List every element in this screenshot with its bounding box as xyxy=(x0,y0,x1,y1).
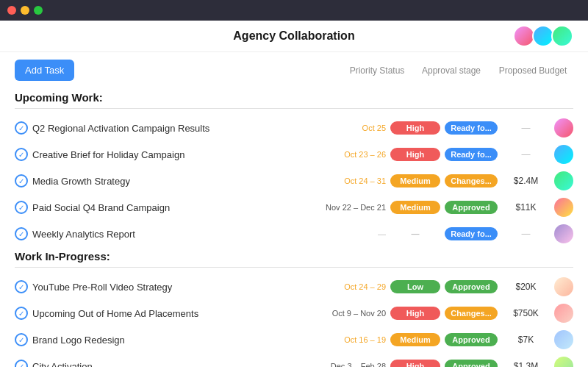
task-row: ✓Creative Brief for Holiday CampaignOct … xyxy=(15,141,573,168)
priority-badge: Medium xyxy=(390,201,440,214)
task-date: Oct 25 xyxy=(312,124,386,132)
page-title: Agency Collaboration xyxy=(233,29,354,43)
minimize-dot[interactable] xyxy=(21,6,29,15)
main-window: Agency Collaboration Add Task Priority S… xyxy=(0,21,588,375)
row-avatar xyxy=(554,118,573,138)
task-check-icon[interactable]: ✓ xyxy=(15,360,28,367)
approval-badge: Ready fo... xyxy=(445,227,498,240)
priority-badge: Medium xyxy=(390,333,440,346)
task-name: Upcoming Out of Home Ad Placements xyxy=(32,308,308,319)
task-date: Oct 9 – Nov 20 xyxy=(312,309,386,318)
col-header-budget: Proposed Budget xyxy=(492,65,573,76)
row-avatar xyxy=(554,198,573,217)
task-name: City Activation xyxy=(32,361,308,368)
task-date: Oct 24 – 29 xyxy=(312,282,386,291)
avatar-3 xyxy=(551,25,573,47)
task-date: Oct 23 – 26 xyxy=(312,150,386,159)
priority-badge: High xyxy=(390,360,440,367)
row-avatar xyxy=(554,357,573,367)
row-avatar xyxy=(554,171,573,190)
task-row: ✓Brand Logo RedesignOct 16 – 19MediumApp… xyxy=(15,326,573,353)
titlebar xyxy=(0,0,588,21)
maximize-dot[interactable] xyxy=(34,6,43,15)
task-name: Weekly Analytics Report xyxy=(32,229,308,240)
budget-cell: $750K xyxy=(502,308,550,318)
budget-cell: $11K xyxy=(502,202,550,213)
task-name: Q2 Regional Activation Campaign Results xyxy=(32,123,308,134)
toolbar: Add Task Priority Status Approval stage … xyxy=(15,60,573,81)
budget-cell: $20K xyxy=(502,282,550,292)
approval-badge: Approved xyxy=(445,280,498,293)
approval-badge: Ready fo... xyxy=(445,121,498,135)
task-row: ✓Q2 Regional Activation Campaign Results… xyxy=(15,115,573,141)
col-header-approval: Approval stage xyxy=(415,65,488,76)
approval-badge: Approved xyxy=(445,201,498,214)
task-row: ✓Weekly Analytics Report——Ready fo...— xyxy=(15,221,573,247)
task-name: Media Growth Strategy xyxy=(32,176,308,187)
task-check-icon[interactable]: ✓ xyxy=(15,201,28,214)
task-row: ✓YouTube Pre-Roll Video StrategyOct 24 –… xyxy=(15,274,573,300)
task-row: ✓Paid Social Q4 Brand CampaignNov 22 – D… xyxy=(15,194,573,221)
task-check-icon[interactable]: ✓ xyxy=(15,280,28,293)
approval-badge: Approved xyxy=(445,333,498,346)
budget-cell: — xyxy=(502,229,550,239)
task-check-icon[interactable]: ✓ xyxy=(15,227,28,240)
budget-cell: $1.3M xyxy=(502,361,550,367)
section-title-0: Upcoming Work: xyxy=(15,91,573,104)
content-area: Add Task Priority Status Approval stage … xyxy=(0,52,588,367)
task-date: Oct 24 – 31 xyxy=(312,176,386,185)
section-divider-1 xyxy=(15,267,573,268)
row-avatar xyxy=(554,304,573,323)
row-avatar xyxy=(554,277,573,296)
close-dot[interactable] xyxy=(7,6,16,15)
row-avatar xyxy=(554,224,573,243)
task-name: Creative Brief for Holiday Campaign xyxy=(32,149,308,160)
budget-cell: $7K xyxy=(502,335,550,345)
priority-badge: High xyxy=(390,121,440,135)
priority-badge: Low xyxy=(390,280,440,293)
priority-badge: High xyxy=(390,148,440,161)
task-row: ✓City ActivationDec 3 – Feb 28HighApprov… xyxy=(15,353,573,367)
column-headers: Priority Status Approval stage Proposed … xyxy=(344,65,573,76)
task-date: Nov 22 – Dec 21 xyxy=(312,203,386,212)
task-row: ✓Upcoming Out of Home Ad PlacementsOct 9… xyxy=(15,300,573,326)
budget-cell: — xyxy=(502,149,550,160)
task-name: Paid Social Q4 Brand Campaign xyxy=(32,202,308,213)
task-check-icon[interactable]: ✓ xyxy=(15,121,28,135)
approval-badge: Ready fo... xyxy=(445,148,498,161)
budget-cell: $2.4M xyxy=(502,176,550,186)
header: Agency Collaboration xyxy=(0,21,588,52)
task-row: ✓Media Growth StrategyOct 24 – 31MediumC… xyxy=(15,168,573,194)
approval-badge: Changes... xyxy=(445,174,498,188)
task-date: Dec 3 – Feb 28 xyxy=(312,362,386,367)
row-avatar xyxy=(554,330,573,349)
task-name: YouTube Pre-Roll Video Strategy xyxy=(32,282,308,293)
priority-badge: High xyxy=(390,307,440,320)
task-name: Brand Logo Redesign xyxy=(32,335,308,346)
section-title-1: Work In-Progress: xyxy=(15,250,573,262)
approval-badge: Changes... xyxy=(445,307,498,320)
task-check-icon[interactable]: ✓ xyxy=(15,148,28,161)
priority-badge: — xyxy=(390,227,440,240)
task-check-icon[interactable]: ✓ xyxy=(15,174,28,188)
budget-cell: — xyxy=(502,123,550,133)
row-avatar xyxy=(554,145,573,164)
task-check-icon[interactable]: ✓ xyxy=(15,333,28,346)
header-avatars xyxy=(513,25,573,47)
col-header-priority: Priority Status xyxy=(344,65,410,76)
sections-container: Upcoming Work:✓Q2 Regional Activation Ca… xyxy=(15,91,573,367)
task-date: Oct 16 – 19 xyxy=(312,335,386,344)
task-date: — xyxy=(312,229,386,238)
approval-badge: Approved xyxy=(445,360,498,367)
add-task-button[interactable]: Add Task xyxy=(15,60,74,81)
priority-badge: Medium xyxy=(390,174,440,188)
task-check-icon[interactable]: ✓ xyxy=(15,307,28,320)
section-divider-0 xyxy=(15,108,573,109)
